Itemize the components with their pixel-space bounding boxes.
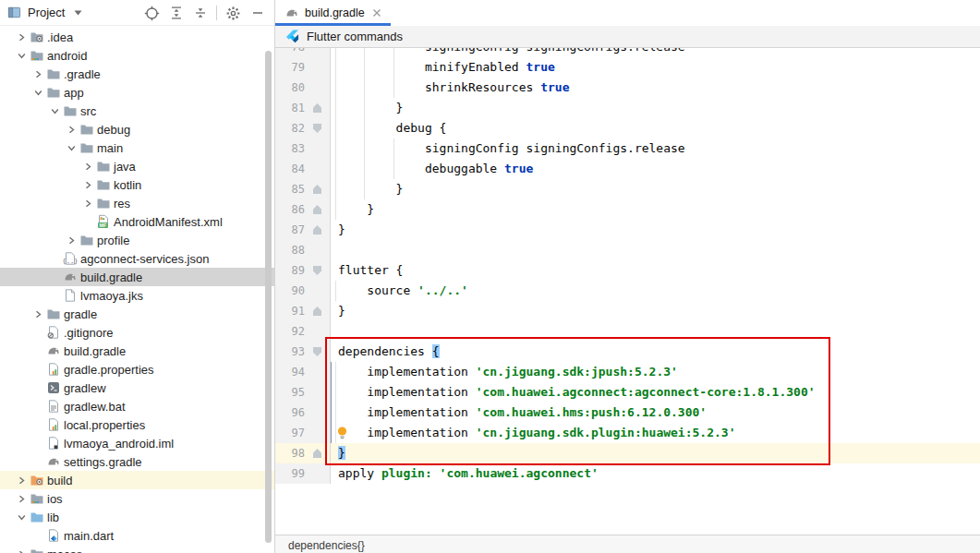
tree-item--idea[interactable]: .idea — [0, 28, 274, 46]
tree-item-build-gradle[interactable]: build.gradle — [0, 342, 274, 360]
tree-item-gradle-properties[interactable]: gradle.properties — [0, 360, 274, 379]
gutter-line-79[interactable]: 79 — [275, 57, 331, 78]
tree-item-lvmaoya-android-iml[interactable]: lvmaoya_android.iml — [0, 434, 274, 452]
code-line-92[interactable]: 92 — [275, 321, 980, 342]
tree-item-android[interactable]: android — [0, 46, 274, 65]
gutter-line-78[interactable]: 78 — [275, 48, 331, 57]
gutter-line-96[interactable]: 96 — [275, 403, 331, 423]
fold-close-icon[interactable] — [313, 205, 321, 214]
tree-item-main[interactable]: main — [0, 138, 274, 157]
code-line-90[interactable]: 90 source '../..' — [275, 281, 980, 301]
code-text[interactable]: minifyEnabled true — [331, 57, 980, 78]
tree-item-debug[interactable]: debug — [0, 120, 274, 138]
code-line-89[interactable]: 89flutter { — [275, 260, 980, 281]
tree-item-gradlew[interactable]: gradlew — [0, 379, 274, 397]
gutter-line-91[interactable]: 91 — [275, 301, 331, 321]
code-text[interactable]: source '../..' — [331, 281, 980, 301]
code-text[interactable]: shrinkResources true — [331, 78, 980, 98]
code-line-97[interactable]: 97 implementation 'cn.jiguang.sdk.plugin… — [275, 423, 980, 443]
gutter-line-90[interactable]: 90 — [275, 281, 331, 301]
locate-icon[interactable] — [144, 6, 160, 21]
close-icon[interactable] — [372, 8, 381, 18]
tree-item-lib[interactable]: lib — [0, 508, 274, 526]
tree-item-local-properties[interactable]: local.properties — [0, 415, 274, 434]
code-text[interactable]: } — [331, 443, 980, 463]
code-line-95[interactable]: 95 implementation 'com.huawei.agconnect:… — [275, 382, 980, 403]
chevron-collapsed-icon[interactable] — [63, 236, 79, 245]
code-text[interactable]: } — [331, 220, 980, 240]
flutter-commands-bar[interactable]: Flutter commands — [275, 26, 980, 48]
code-text[interactable]: dependencies { — [331, 342, 980, 362]
chevron-expanded-icon[interactable] — [13, 52, 30, 60]
gutter-line-86[interactable]: 86 — [275, 199, 331, 220]
chevron-down-icon[interactable] — [74, 10, 82, 16]
code-text[interactable]: debug { — [331, 118, 980, 138]
gutter-line-93[interactable]: 93 — [275, 342, 331, 362]
project-panel-title[interactable]: Project — [28, 6, 65, 19]
chevron-collapsed-icon[interactable] — [79, 162, 96, 171]
code-text[interactable]: debuggable true — [331, 159, 980, 179]
chevron-expanded-icon[interactable] — [46, 107, 63, 115]
code-line-98[interactable]: 98} — [275, 443, 980, 463]
breadcrumb[interactable]: dependencies{} — [288, 539, 365, 552]
tree-item-build[interactable]: build — [0, 471, 274, 489]
tree-item--gitignore[interactable]: .gitignore — [0, 323, 274, 342]
tree-item-profile[interactable]: profile — [0, 231, 274, 249]
tree-item-app[interactable]: app — [0, 83, 274, 102]
code-text[interactable]: flutter { — [331, 260, 980, 281]
intention-lightbulb-icon[interactable] — [336, 427, 348, 440]
tree-item-ios[interactable]: ios — [0, 489, 274, 508]
tree-item-res[interactable]: res — [0, 194, 274, 212]
chevron-expanded-icon[interactable] — [63, 144, 79, 152]
chevron-collapsed-icon[interactable] — [13, 550, 30, 553]
gutter-line-88[interactable]: 88 — [275, 240, 331, 260]
chevron-expanded-icon[interactable] — [13, 513, 30, 522]
chevron-expanded-icon[interactable] — [30, 89, 46, 97]
chevron-collapsed-icon[interactable] — [63, 126, 79, 134]
code-text[interactable]: signingConfig signingConfigs.release — [331, 48, 980, 57]
gutter-line-99[interactable]: 99 — [275, 463, 331, 484]
fold-open-icon[interactable] — [313, 266, 321, 275]
chevron-collapsed-icon[interactable] — [30, 70, 46, 78]
gutter-line-94[interactable]: 94 — [275, 362, 331, 382]
fold-close-icon[interactable] — [313, 449, 321, 458]
tree-item-main-dart[interactable]: main.dart — [0, 526, 274, 545]
fold-close-icon[interactable] — [313, 307, 321, 316]
tree-item-gradlew-bat[interactable]: gradlew.bat — [0, 397, 274, 415]
code-line-83[interactable]: 83 signingConfig signingConfigs.release — [275, 138, 980, 159]
chevron-collapsed-icon[interactable] — [13, 476, 30, 485]
code-text[interactable]: implementation 'cn.jiguang.sdk.plugin:hu… — [331, 423, 980, 443]
tree-item-agconnect-services-json[interactable]: {..}agconnect-services.json — [0, 249, 274, 268]
gutter-line-85[interactable]: 85 — [275, 179, 331, 199]
code-text[interactable]: apply plugin: 'com.huawei.agconnect' — [331, 463, 980, 484]
code-text[interactable]: } — [331, 301, 980, 321]
chevron-collapsed-icon[interactable] — [79, 199, 96, 208]
fold-open-icon[interactable] — [313, 124, 321, 133]
code-line-87[interactable]: 87} — [275, 220, 980, 240]
code-line-82[interactable]: 82 debug { — [275, 118, 980, 138]
project-tree-scrollbar[interactable] — [265, 51, 272, 543]
expand-all-icon[interactable] — [168, 6, 184, 21]
code-text[interactable]: } — [331, 179, 980, 199]
code-line-91[interactable]: 91} — [275, 301, 980, 321]
tab-build-gradle[interactable]: build.gradle — [275, 0, 391, 26]
tree-item-java[interactable]: java — [0, 157, 274, 175]
project-tool-window-icon[interactable] — [7, 6, 21, 19]
code-text[interactable] — [331, 240, 980, 260]
code-text[interactable]: } — [331, 98, 980, 118]
gutter-line-80[interactable]: 80 — [275, 78, 331, 98]
settings-icon[interactable] — [225, 6, 241, 21]
gutter-line-92[interactable]: 92 — [275, 321, 331, 342]
gutter-line-87[interactable]: 87 — [275, 220, 331, 240]
code-editor[interactable]: 78 signingConfig signingConfigs.release7… — [275, 48, 980, 535]
code-line-81[interactable]: 81 } — [275, 98, 980, 118]
code-text[interactable]: implementation 'com.huawei.agconnect:agc… — [331, 382, 980, 403]
tree-item-macos[interactable]: macos — [0, 545, 274, 553]
collapse-all-icon[interactable] — [192, 6, 208, 21]
code-line-99[interactable]: 99apply plugin: 'com.huawei.agconnect' — [275, 463, 980, 484]
code-line-86[interactable]: 86 } — [275, 199, 980, 220]
tree-item-build-gradle[interactable]: build.gradle — [0, 268, 274, 286]
gutter-line-82[interactable]: 82 — [275, 118, 331, 138]
code-line-88[interactable]: 88 — [275, 240, 980, 260]
tree-item-androidmanifest-xml[interactable]: MFAndroidManifest.xml — [0, 212, 274, 231]
